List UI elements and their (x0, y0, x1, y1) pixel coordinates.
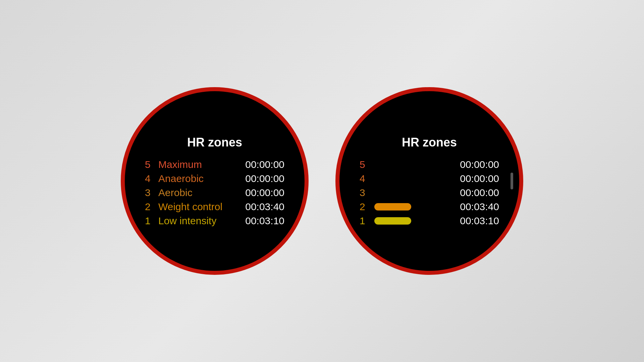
zone-left-info: 4 Anaerobic (145, 173, 225, 184)
watch-right: HR zones 5 00:00:00 4 00:00:00 3 00:00:0… (335, 87, 523, 275)
zone-row-1-right: 1 00:03:10 (360, 215, 499, 227)
zone-number: 1 (145, 215, 153, 227)
watch-left: HR zones 5 Maximum 00:00:00 4 Anaerobic … (121, 87, 309, 275)
zone-number: 4 (360, 173, 368, 184)
scrollbar-indicator (511, 173, 513, 189)
zone-row-5-right: 5 00:00:00 (360, 159, 499, 170)
zone-left-info: 2 Weight control (145, 201, 225, 213)
zone-row-4-left: 4 Anaerobic 00:00:00 (145, 173, 284, 184)
zone-bar-1 (374, 217, 411, 225)
zone-left-info: 5 Maximum (145, 159, 225, 170)
zone-right-left: 4 (360, 173, 427, 184)
zone-right-left: 3 (360, 187, 427, 198)
zone-time: 00:03:10 (460, 215, 499, 227)
zone-number: 1 (360, 215, 368, 227)
zone-label: Aerobic (158, 187, 193, 198)
zone-time: 00:00:00 (460, 173, 499, 184)
zone-row-2-left: 2 Weight control 00:03:40 (145, 201, 284, 213)
zone-number: 2 (145, 201, 153, 213)
zone-number: 2 (360, 201, 368, 213)
zone-number: 5 (360, 159, 368, 170)
zone-time: 00:03:40 (460, 201, 499, 213)
zone-row-2-right: 2 00:03:40 (360, 201, 499, 213)
zone-time: 00:00:00 (245, 187, 284, 198)
zone-label: Low intensity (158, 215, 216, 227)
zone-right-left: 1 (360, 215, 427, 227)
zone-time: 00:03:40 (245, 201, 284, 213)
zone-right-left: 5 (360, 159, 427, 170)
zone-bar-2 (374, 203, 411, 210)
zone-row-3-right: 3 00:00:00 (360, 187, 499, 198)
zone-row-4-right: 4 00:00:00 (360, 173, 499, 184)
zone-number: 3 (360, 187, 368, 198)
zone-label: Anaerobic (158, 173, 204, 184)
watch-left-title: HR zones (187, 135, 242, 149)
zone-right-left: 2 (360, 201, 427, 213)
zone-left-info: 3 Aerobic (145, 187, 225, 198)
zone-time: 00:03:10 (245, 215, 284, 227)
zone-time: 00:00:00 (460, 159, 499, 170)
zone-time: 00:00:00 (245, 159, 284, 170)
zone-number: 3 (145, 187, 153, 198)
zone-label: Weight control (158, 201, 222, 213)
zones-list-right: 5 00:00:00 4 00:00:00 3 00:00:00 2 00:03… (339, 159, 519, 227)
zone-row-3-left: 3 Aerobic 00:00:00 (145, 187, 284, 198)
zone-row-5-left: 5 Maximum 00:00:00 (145, 159, 284, 170)
zone-time: 00:00:00 (460, 187, 499, 198)
zone-row-1-left: 1 Low intensity 00:03:10 (145, 215, 284, 227)
zone-time: 00:00:00 (245, 173, 284, 184)
zone-left-info: 1 Low intensity (145, 215, 225, 227)
zone-number: 5 (145, 159, 153, 170)
zone-number: 4 (145, 173, 153, 184)
watch-right-title: HR zones (402, 135, 457, 149)
zones-list-left: 5 Maximum 00:00:00 4 Anaerobic 00:00:00 … (125, 159, 305, 227)
zone-label: Maximum (158, 159, 202, 170)
